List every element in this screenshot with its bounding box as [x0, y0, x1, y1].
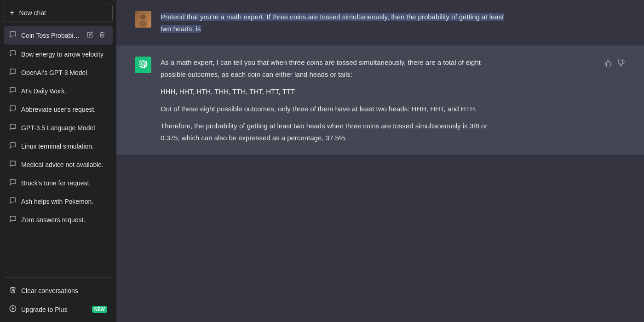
user-avatar-image: [135, 11, 151, 28]
chat-icon-8: [9, 160, 17, 169]
svg-point-4: [140, 14, 146, 20]
sidebar-item-gpt35-label: GPT-3.5 Language Model: [21, 124, 107, 132]
item-actions: [85, 30, 107, 40]
chat-icon-7: [9, 142, 17, 150]
thumbs-up-button[interactable]: [604, 58, 613, 69]
sidebar-item-ai-daily[interactable]: AI's Daily Work.: [4, 82, 113, 100]
clear-conversations-button[interactable]: Clear conversations: [4, 282, 113, 299]
chat-icon-4: [9, 86, 17, 95]
sidebar-item-gpt35[interactable]: GPT-3.5 Language Model: [4, 119, 113, 137]
chat-icon: [9, 31, 17, 40]
gpt-avatar: [135, 57, 151, 73]
sidebar-item-linux-label: Linux terminal simulation.: [21, 143, 107, 150]
user-message: Pretend that you're a math expert. If th…: [116, 0, 644, 46]
upgrade-new-badge: NEW: [92, 306, 107, 313]
assistant-outcomes: HHH, HHT, HTH, THH, TTH, THT, HTT, TTT: [161, 86, 506, 98]
sidebar-item-medical[interactable]: Medical advice not available.: [4, 155, 113, 173]
assistant-message-content: As a math expert, I can tell you that wh…: [161, 57, 506, 144]
chat-icon-2: [9, 50, 17, 58]
assistant-message-actions: [604, 57, 626, 144]
sidebar-item-coin-toss-label: Coin Toss Probability.: [21, 32, 80, 39]
main-chat-area: Pretend that you're a math expert. If th…: [116, 0, 644, 322]
chat-list: Coin Toss Probability.: [4, 26, 113, 277]
assistant-analysis: Out of these eight possible outcomes, on…: [161, 103, 506, 115]
assistant-intro: As a math expert, I can tell you that wh…: [161, 57, 506, 80]
sidebar-item-ash[interactable]: Ash helps with Pokemon.: [4, 192, 113, 210]
thumbs-down-button[interactable]: [616, 58, 626, 69]
sidebar-item-medical-label: Medical advice not available.: [21, 161, 107, 168]
delete-button[interactable]: [97, 30, 107, 40]
user-message-content: Pretend that you're a math expert. If th…: [161, 11, 506, 34]
sidebar-item-bow-energy[interactable]: Bow energy to arrow velocity: [4, 45, 113, 63]
user-message-text: Pretend that you're a math expert. If th…: [161, 13, 504, 33]
sidebar-item-abbreviate-label: Abbreviate user's request.: [21, 106, 107, 113]
svg-point-5: [139, 21, 147, 27]
chat-icon-10: [9, 197, 17, 206]
sidebar-item-coin-toss[interactable]: Coin Toss Probability.: [4, 26, 113, 45]
chat-icon-6: [9, 123, 17, 132]
new-chat-label: New chat: [19, 9, 46, 17]
sidebar-item-brock-label: Brock's tone for request.: [21, 179, 107, 187]
sidebar-bottom: Clear conversations Upgrade to Plus NEW: [4, 277, 113, 318]
sidebar-item-openai-gpt3-label: OpenAI's GPT-3 Model.: [21, 69, 107, 76]
sidebar-item-linux[interactable]: Linux terminal simulation.: [4, 137, 113, 155]
user-avatar: [135, 11, 151, 28]
assistant-conclusion: Therefore, the probability of getting at…: [161, 120, 506, 144]
sidebar-item-openai-gpt3[interactable]: OpenAI's GPT-3 Model.: [4, 63, 113, 81]
upgrade-to-plus-label: Upgrade to Plus: [21, 306, 67, 313]
sidebar-item-brock[interactable]: Brock's tone for request.: [4, 174, 113, 192]
sidebar-item-zoro-label: Zoro answers request.: [21, 216, 107, 224]
sidebar-item-ai-daily-label: AI's Daily Work.: [21, 87, 107, 95]
clear-conversations-label: Clear conversations: [21, 287, 78, 294]
sidebar-item-bow-energy-label: Bow energy to arrow velocity: [21, 51, 107, 58]
edit-button[interactable]: [85, 30, 95, 40]
upgrade-to-plus-button[interactable]: Upgrade to Plus NEW: [4, 300, 113, 318]
chat-icon-9: [9, 178, 17, 187]
upgrade-icon: [9, 305, 17, 314]
assistant-message: As a math expert, I can tell you that wh…: [116, 46, 644, 155]
chat-messages: Pretend that you're a math expert. If th…: [116, 0, 644, 322]
chat-icon-11: [9, 215, 17, 224]
sidebar-item-ash-label: Ash helps with Pokemon.: [21, 198, 107, 205]
plus-icon: +: [10, 9, 15, 17]
sidebar-item-zoro[interactable]: Zoro answers request.: [4, 211, 113, 229]
chat-icon-5: [9, 105, 17, 114]
new-chat-button[interactable]: + New chat: [4, 4, 113, 22]
chat-icon-3: [9, 68, 17, 77]
trash-icon: [9, 286, 17, 295]
sidebar: + New chat Coin Toss Probability.: [0, 0, 116, 322]
sidebar-item-abbreviate[interactable]: Abbreviate user's request.: [4, 100, 113, 118]
